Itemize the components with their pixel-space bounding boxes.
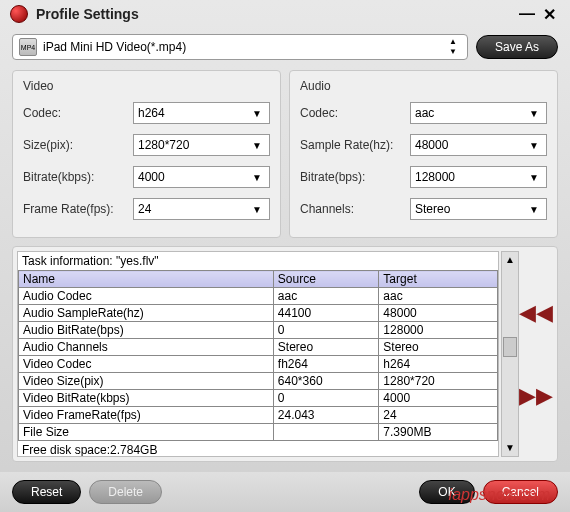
chevron-down-icon: ▼ — [526, 204, 542, 215]
video-size-label: Size(pix): — [23, 138, 133, 152]
col-source: Source — [273, 271, 379, 288]
window-title: Profile Settings — [36, 6, 516, 22]
video-panel: Video Codec:h264▼ Size(pix):1280*720▼ Bi… — [12, 70, 281, 238]
video-bitrate-label: Bitrate(kbps): — [23, 170, 133, 184]
video-codec-select[interactable]: h264▼ — [133, 102, 270, 124]
audio-panel: Audio Codec:aac▼ Sample Rate(hz):48000▼ … — [289, 70, 558, 238]
close-button[interactable]: ✕ — [538, 5, 560, 24]
free-disk-label: Free disk space:2.784GB — [18, 441, 498, 457]
audio-channels-select[interactable]: Stereo▼ — [410, 198, 547, 220]
table-row: Video Size(pix)640*3601280*720 — [19, 373, 498, 390]
chevron-down-icon: ▼ — [526, 172, 542, 183]
audio-codec-label: Codec: — [300, 106, 410, 120]
chevron-down-icon: ▼ — [526, 140, 542, 151]
table-row: Audio BitRate(bps)0128000 — [19, 322, 498, 339]
scroll-up-icon[interactable]: ▲ — [505, 252, 515, 268]
table-row: File Size7.390MB — [19, 424, 498, 441]
chevron-down-icon[interactable]: ▼ — [445, 47, 461, 57]
table-row: Video BitRate(kbps)04000 — [19, 390, 498, 407]
cancel-button[interactable]: Cancel — [483, 480, 558, 504]
reset-button[interactable]: Reset — [12, 480, 81, 504]
footer: Reset Delete OK Cancel — [0, 472, 570, 512]
title-bar: Profile Settings — ✕ — [0, 0, 570, 28]
video-framerate-label: Frame Rate(fps): — [23, 202, 133, 216]
audio-samplerate-label: Sample Rate(hz): — [300, 138, 410, 152]
delete-button[interactable]: Delete — [89, 480, 162, 504]
chevron-down-icon: ▼ — [249, 172, 265, 183]
audio-bitrate-label: Bitrate(bps): — [300, 170, 410, 184]
minimize-button[interactable]: — — [516, 5, 538, 23]
chevron-up-icon[interactable]: ▲ — [445, 37, 461, 47]
audio-samplerate-select[interactable]: 48000▼ — [410, 134, 547, 156]
audio-bitrate-select[interactable]: 128000▼ — [410, 166, 547, 188]
video-heading: Video — [23, 79, 270, 93]
table-row: Audio SampleRate(hz)4410048000 — [19, 305, 498, 322]
format-icon: MP4 — [19, 38, 37, 56]
table-row: Audio ChannelsStereoStereo — [19, 339, 498, 356]
video-bitrate-select[interactable]: 4000▼ — [133, 166, 270, 188]
chevron-down-icon: ▼ — [249, 204, 265, 215]
chevron-down-icon: ▼ — [249, 108, 265, 119]
audio-channels-label: Channels: — [300, 202, 410, 216]
video-framerate-select[interactable]: 24▼ — [133, 198, 270, 220]
chevron-down-icon: ▼ — [526, 108, 542, 119]
video-size-select[interactable]: 1280*720▼ — [133, 134, 270, 156]
video-codec-label: Codec: — [23, 106, 133, 120]
ok-button[interactable]: OK — [419, 480, 474, 504]
scroll-down-icon[interactable]: ▼ — [505, 440, 515, 456]
profile-select[interactable]: MP4 iPad Mini HD Video(*.mp4) ▲ ▼ — [12, 34, 468, 60]
scrollbar[interactable]: ▲ ▼ — [501, 251, 519, 457]
chevron-down-icon: ▼ — [249, 140, 265, 151]
table-row: Video Codecfh264h264 — [19, 356, 498, 373]
audio-codec-select[interactable]: aac▼ — [410, 102, 547, 124]
table-row: Audio Codecaacaac — [19, 288, 498, 305]
task-info-panel: Task information: "yes.flv" Name Source … — [12, 246, 558, 462]
table-row: Video FrameRate(fps)24.04324 — [19, 407, 498, 424]
col-name: Name — [19, 271, 274, 288]
task-table: Name Source Target Audio CodecaacaacAudi… — [18, 270, 498, 441]
save-as-button[interactable]: Save As — [476, 35, 558, 59]
scroll-thumb[interactable] — [503, 337, 517, 357]
scroll-track[interactable] — [502, 268, 518, 440]
prev-button[interactable]: ◀◀ — [519, 300, 553, 326]
app-icon — [10, 5, 28, 23]
profile-label: iPad Mini HD Video(*.mp4) — [43, 40, 445, 54]
col-target: Target — [379, 271, 498, 288]
next-button[interactable]: ▶▶ — [519, 383, 553, 409]
profile-spinner[interactable]: ▲ ▼ — [445, 37, 461, 57]
audio-heading: Audio — [300, 79, 547, 93]
task-title: Task information: "yes.flv" — [18, 252, 498, 270]
